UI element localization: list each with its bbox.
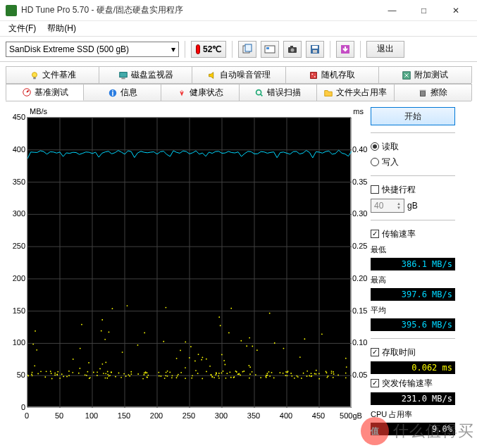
save-button[interactable] (306, 41, 324, 58)
svg-point-96 (238, 373, 240, 375)
minimize-button[interactable]: ― (376, 1, 408, 20)
svg-point-83 (40, 371, 42, 372)
svg-point-116 (285, 375, 287, 376)
svg-point-140 (99, 368, 101, 370)
menu-file[interactable]: 文件(F) (3, 21, 42, 36)
svg-rect-25 (421, 91, 426, 96)
svg-point-112 (333, 377, 334, 378)
svg-point-80 (249, 378, 250, 379)
svg-point-219 (115, 376, 116, 378)
svg-point-108 (142, 378, 144, 380)
svg-point-100 (223, 360, 225, 361)
short-stroke-unit: gB (407, 201, 418, 211)
close-button[interactable]: ✕ (440, 1, 471, 20)
svg-point-197 (242, 371, 244, 373)
svg-point-185 (271, 372, 273, 373)
write-radio[interactable]: 写入 (371, 156, 455, 168)
svg-point-147 (159, 375, 160, 377)
svg-point-63 (128, 374, 130, 375)
max-label: 最高 (371, 275, 455, 285)
svg-point-131 (185, 367, 186, 368)
svg-point-238 (328, 375, 329, 377)
svg-point-113 (274, 342, 275, 344)
svg-point-17 (314, 75, 316, 77)
svg-point-99 (143, 374, 144, 375)
svg-point-252 (78, 373, 80, 374)
svg-point-70 (223, 371, 224, 372)
svg-point-200 (269, 375, 271, 377)
svg-point-199 (235, 371, 237, 372)
tab-基准测试[interactable]: 基准测试 (6, 84, 84, 101)
svg-point-242 (97, 375, 98, 376)
short-stroke-spinner[interactable]: 40▲▼ (371, 199, 404, 213)
short-stroke-checkbox[interactable]: 快捷行程 (371, 183, 455, 196)
svg-point-230 (283, 348, 285, 349)
svg-rect-8 (312, 46, 318, 49)
svg-point-166 (180, 349, 181, 351)
access-time-checkbox[interactable]: ✓存取时间 (371, 346, 455, 359)
tab-健康状态[interactable]: 健康状态 (161, 84, 239, 101)
svg-point-104 (197, 373, 199, 374)
y-axis-label: MB/s (30, 107, 47, 116)
tab-信息[interactable]: i信息 (83, 84, 161, 101)
svg-point-174 (72, 372, 73, 373)
svg-point-157 (185, 342, 186, 343)
svg-point-89 (268, 371, 270, 373)
svg-point-79 (63, 376, 64, 378)
svg-point-81 (326, 371, 327, 373)
tab-随机存取[interactable]: 随机存取 (285, 66, 379, 83)
svg-point-178 (331, 371, 333, 372)
tab-错误扫描[interactable]: 错误扫描 (239, 84, 317, 101)
maximize-button[interactable]: □ (408, 1, 440, 20)
transfer-rate-checkbox[interactable]: ✓传输速率 (371, 228, 455, 240)
copy-screenshot-button[interactable] (261, 41, 279, 58)
separator (232, 41, 233, 58)
svg-point-129 (177, 375, 178, 377)
svg-point-207 (31, 374, 32, 375)
exit-button[interactable]: 退出 (366, 41, 404, 58)
svg-point-98 (137, 344, 139, 346)
svg-point-196 (280, 372, 281, 373)
svg-point-106 (333, 373, 335, 375)
svg-point-62 (101, 330, 102, 332)
tab-附加测试[interactable]: 附加测试 (378, 66, 472, 83)
svg-point-5 (291, 48, 295, 51)
svg-point-191 (59, 378, 61, 379)
svg-point-68 (267, 375, 268, 376)
svg-point-266 (46, 371, 47, 372)
separator (371, 338, 455, 339)
read-radio[interactable]: 读取 (371, 140, 455, 153)
device-select[interactable]: SanDisk Extreme SSD (500 gB) ▾ (6, 42, 179, 57)
svg-point-133 (80, 348, 81, 349)
svg-point-241 (296, 375, 297, 377)
svg-point-190 (122, 351, 123, 353)
menu-help[interactable]: 帮助(H) (42, 21, 82, 36)
burst-rate-checkbox[interactable]: ✓突发传输速率 (371, 377, 455, 390)
svg-point-57 (127, 305, 128, 306)
svg-point-248 (228, 332, 230, 334)
tab-磁盘监视器[interactable]: 磁盘监视器 (99, 66, 192, 83)
svg-rect-6 (290, 46, 293, 48)
svg-point-48 (107, 374, 109, 375)
tab-擦除[interactable]: 擦除 (394, 84, 472, 101)
svg-point-205 (316, 370, 317, 371)
svg-point-54 (304, 338, 305, 340)
options-button[interactable] (336, 41, 354, 58)
checkbox-icon (371, 185, 379, 194)
svg-point-52 (306, 371, 308, 372)
copy-info-button[interactable] (238, 41, 256, 58)
tab-文件基准[interactable]: 文件基准 (6, 66, 99, 83)
svg-point-150 (163, 341, 164, 342)
start-button[interactable]: 开始 (371, 107, 455, 125)
tab-文件夹占用率[interactable]: 文件夹占用率 (316, 84, 395, 101)
svg-point-56 (147, 375, 149, 376)
svg-point-259 (309, 375, 310, 377)
svg-point-109 (273, 378, 275, 379)
svg-point-128 (218, 375, 219, 377)
svg-point-173 (202, 378, 203, 380)
svg-point-212 (211, 376, 213, 378)
watermark: 值 什么值得买 (361, 417, 474, 445)
screenshot-button[interactable] (283, 41, 302, 58)
svg-point-85 (249, 365, 250, 366)
tab-自动噪音管理[interactable]: 自动噪音管理 (192, 66, 285, 83)
